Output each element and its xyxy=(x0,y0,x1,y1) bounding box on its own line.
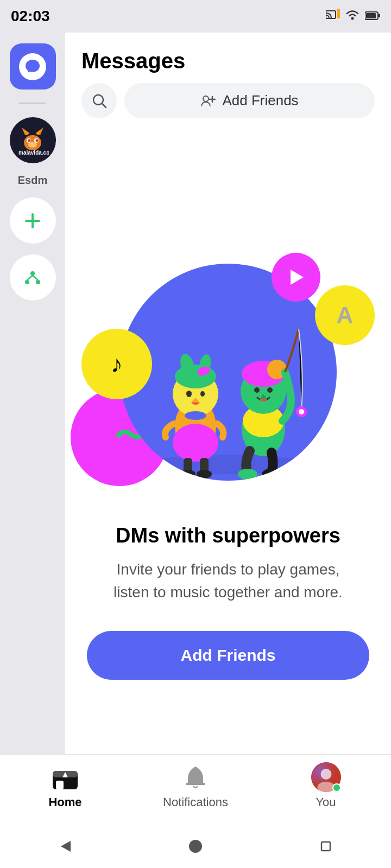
sidebar-server-label: Esdm xyxy=(18,174,47,187)
svg-point-19 xyxy=(25,280,29,284)
sidebar-divider xyxy=(19,103,46,104)
android-recents-button[interactable] xyxy=(310,830,342,863)
svg-point-35 xyxy=(185,411,206,420)
add-friends-header-label: Add Friends xyxy=(222,92,298,109)
svg-point-34 xyxy=(200,391,205,397)
sidebar-item-esdm[interactable]: malavida.com xyxy=(10,117,56,163)
svg-rect-54 xyxy=(56,781,64,789)
nav-item-you[interactable]: You xyxy=(293,762,358,809)
sidebar-item-explore[interactable] xyxy=(10,254,56,301)
svg-point-38 xyxy=(180,470,195,478)
svg-point-25 xyxy=(147,455,310,474)
android-back-button[interactable] xyxy=(49,830,81,863)
dm-icon xyxy=(19,53,46,80)
svg-rect-1 xyxy=(337,9,340,18)
svg-point-29 xyxy=(175,365,216,388)
svg-rect-62 xyxy=(321,842,330,851)
you-avatar-container xyxy=(311,762,341,792)
search-button[interactable] xyxy=(81,83,117,118)
deco-music-circle: ♪ xyxy=(81,329,152,399)
battery-icon xyxy=(365,9,380,23)
svg-text:malavida.com: malavida.com xyxy=(18,150,49,156)
status-time: 02:03 xyxy=(11,8,50,25)
bottom-nav: Home Notifications xyxy=(0,754,391,825)
sidebar-item-dm[interactable] xyxy=(10,43,56,90)
cast-icon xyxy=(326,9,340,24)
add-friends-cta-label: Add Friends xyxy=(180,646,275,665)
status-bar: 02:03 xyxy=(0,0,391,33)
online-status-dot xyxy=(332,783,341,792)
svg-point-2 xyxy=(351,17,354,20)
svg-point-61 xyxy=(189,840,202,853)
svg-point-27 xyxy=(173,424,218,462)
svg-point-16 xyxy=(28,142,37,148)
svg-point-45 xyxy=(254,387,260,393)
home-icon xyxy=(51,762,80,792)
svg-marker-51 xyxy=(291,270,304,285)
svg-point-18 xyxy=(30,271,35,276)
hero-title: DMs with superpowers xyxy=(116,524,340,547)
sidebar-item-add[interactable] xyxy=(10,197,56,244)
svg-point-46 xyxy=(267,387,273,393)
add-friends-cta-button[interactable]: Add Friends xyxy=(87,631,369,680)
hero-section: 〜 xyxy=(65,129,391,803)
nav-item-home[interactable]: Home xyxy=(33,762,98,809)
svg-line-21 xyxy=(27,276,33,280)
content-area: Messages Add Friends xyxy=(65,33,391,803)
search-row: Add Friends xyxy=(81,83,375,118)
sidebar: malavida.com Esdm xyxy=(0,33,65,803)
add-friends-header-button[interactable]: Add Friends xyxy=(124,83,375,118)
hero-subtitle: Invite your friends to play games,listen… xyxy=(113,558,343,604)
svg-line-22 xyxy=(33,276,38,280)
svg-point-48 xyxy=(299,409,304,414)
nav-you-label: You xyxy=(316,795,336,809)
svg-rect-5 xyxy=(378,14,380,17)
svg-point-20 xyxy=(36,280,40,284)
wifi-icon xyxy=(345,9,360,23)
page-title: Messages xyxy=(81,49,375,73)
svg-point-58 xyxy=(320,769,331,780)
android-nav-bar xyxy=(0,825,391,868)
status-icons xyxy=(326,9,380,24)
svg-rect-56 xyxy=(186,783,205,785)
svg-rect-4 xyxy=(366,13,376,18)
svg-marker-60 xyxy=(61,841,71,852)
deco-card-circle: A xyxy=(315,285,375,345)
characters-svg xyxy=(125,285,331,481)
illustration-container: 〜 xyxy=(87,242,369,502)
content-header: Messages Add Friends xyxy=(65,33,391,129)
svg-point-14 xyxy=(28,139,31,142)
nav-item-notifications[interactable]: Notifications xyxy=(163,762,228,809)
android-home-button[interactable] xyxy=(179,830,212,863)
svg-point-39 xyxy=(197,470,212,478)
svg-point-15 xyxy=(36,139,39,142)
svg-point-49 xyxy=(238,469,257,480)
nav-notifications-label: Notifications xyxy=(163,795,228,809)
deco-play-circle xyxy=(272,253,320,302)
notifications-icon xyxy=(181,762,211,792)
svg-point-24 xyxy=(203,96,209,101)
nav-home-label: Home xyxy=(48,795,81,809)
svg-point-50 xyxy=(262,469,279,480)
main-layout: malavida.com Esdm Messages xyxy=(0,33,391,835)
